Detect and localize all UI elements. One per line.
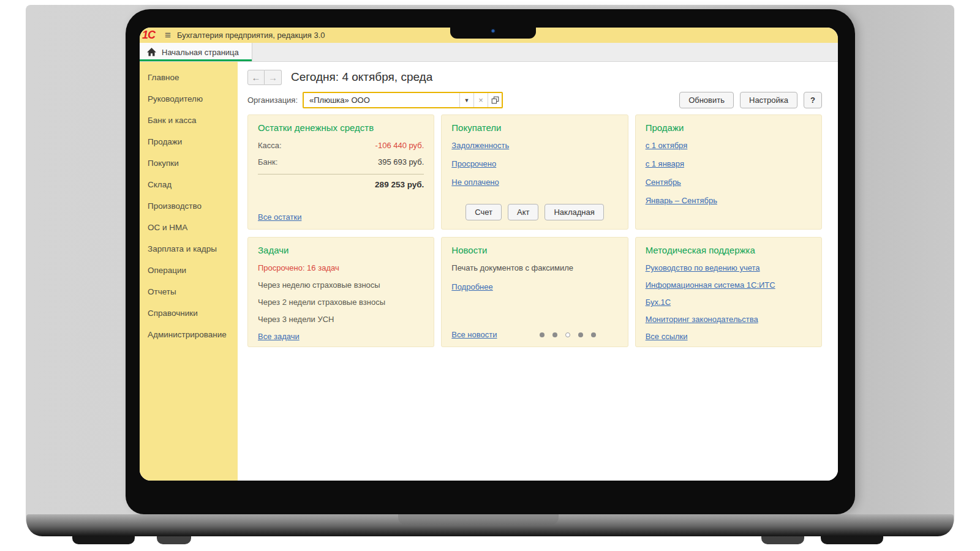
row-label: Банк: bbox=[258, 157, 277, 167]
link-since-jan-1[interactable]: с 1 января bbox=[646, 159, 684, 168]
section-sidebar: Главное Руководителю Банк и касса Продаж… bbox=[140, 62, 238, 481]
organization-combobox[interactable]: «Плюшка» ООО ▼ × bbox=[303, 92, 503, 108]
app-body: Главное Руководителю Банк и касса Продаж… bbox=[140, 62, 838, 481]
link-more-details[interactable]: Подробнее bbox=[451, 282, 492, 291]
link-september[interactable]: Сентябрь bbox=[646, 178, 681, 187]
link-unpaid[interactable]: Не оплачено bbox=[451, 178, 499, 187]
carousel-dot[interactable] bbox=[565, 332, 570, 337]
card-title: Продажи bbox=[646, 122, 812, 133]
card-method-support: Методическая поддержка Руководство по ве… bbox=[635, 237, 822, 347]
card-news: Новости Печать документов с факсимиле По… bbox=[441, 237, 628, 347]
link-all-news[interactable]: Все новости bbox=[451, 330, 497, 339]
link-law-monitoring[interactable]: Мониторинг законодательства bbox=[646, 315, 758, 324]
organization-label: Организация: bbox=[247, 96, 298, 105]
tab-label: Начальная страница bbox=[162, 48, 239, 57]
main-area: ← → Сегодня: 4 октября, среда Организаци… bbox=[238, 62, 838, 481]
laptop-base bbox=[26, 514, 954, 536]
card-title: Методическая поддержка bbox=[646, 245, 812, 255]
row-label: Касса: bbox=[258, 141, 282, 150]
link-all-balances[interactable]: Все остатки bbox=[258, 212, 301, 222]
divider bbox=[258, 174, 424, 174]
cash-total: 289 253 руб. bbox=[258, 180, 424, 189]
sidebar-item-sales[interactable]: Продажи bbox=[140, 131, 238, 152]
task-item: Через 3 недели УСН bbox=[258, 315, 424, 324]
card-sales: Продажи с 1 октября с 1 января Сентябрь … bbox=[635, 114, 822, 230]
sidebar-item-main[interactable]: Главное bbox=[140, 67, 238, 88]
carousel-dot[interactable] bbox=[552, 332, 557, 337]
sidebar-item-production[interactable]: Производство bbox=[140, 195, 238, 217]
sidebar-item-bank-cash[interactable]: Банк и касса bbox=[140, 110, 238, 131]
link-jan-sep[interactable]: Январь – Сентябрь bbox=[646, 196, 717, 205]
task-item: Через 2 недели страховые взносы bbox=[258, 298, 424, 307]
carousel-dot[interactable] bbox=[578, 332, 583, 337]
link-debt[interactable]: Задолженность bbox=[451, 141, 509, 150]
row-value-negative: -106 440 руб. bbox=[375, 141, 424, 150]
home-icon bbox=[147, 48, 156, 56]
tab-home-page[interactable]: Начальная страница bbox=[140, 43, 252, 61]
tasks-overdue-status[interactable]: Просрочено: 16 задач bbox=[258, 263, 424, 272]
sidebar-item-salary-hr[interactable]: Зарплата и кадры bbox=[140, 238, 238, 260]
sidebar-item-reports[interactable]: Отчеты bbox=[140, 281, 238, 302]
choose-from-list-icon[interactable] bbox=[488, 93, 502, 107]
header-actions: Обновить Настройка ? bbox=[679, 92, 822, 108]
news-carousel-dots[interactable] bbox=[540, 332, 596, 337]
forward-arrow-button[interactable]: → bbox=[265, 70, 282, 85]
link-all-links[interactable]: Все ссылки bbox=[646, 332, 688, 341]
webcam-icon bbox=[492, 29, 495, 32]
today-date-heading: Сегодня: 4 октября, среда bbox=[291, 70, 432, 84]
laptop-mockup: 1С ≡ Бухгалтерия предприятия, редакция 3… bbox=[0, 0, 980, 551]
camera-notch bbox=[450, 9, 536, 39]
hamburger-menu-icon[interactable]: ≡ bbox=[165, 30, 171, 40]
laptop-screen-bezel: 1С ≡ Бухгалтерия предприятия, редакция 3… bbox=[126, 9, 855, 514]
tab-bar: Начальная страница bbox=[140, 43, 838, 62]
waybill-button[interactable]: Накладная bbox=[545, 204, 603, 220]
two-squares-icon bbox=[491, 96, 499, 104]
laptop-lid-notch bbox=[398, 514, 559, 525]
link-1c-its[interactable]: Информационная система 1С:ИТС bbox=[646, 280, 775, 290]
sidebar-item-operations[interactable]: Операции bbox=[140, 260, 238, 281]
back-arrow-button[interactable]: ← bbox=[247, 70, 265, 85]
nav-row: ← → Сегодня: 4 октября, среда bbox=[247, 69, 822, 86]
cash-row-kassa: Касса: -106 440 руб. bbox=[258, 141, 424, 150]
card-cash-balances: Остатки денежных средств Касса: -106 440… bbox=[247, 114, 434, 230]
1c-logo-icon: 1С bbox=[142, 29, 155, 42]
task-item: Через неделю страховые взносы bbox=[258, 280, 424, 290]
link-accounting-guide[interactable]: Руководство по ведению учета bbox=[646, 263, 760, 272]
card-buyers: Покупатели Задолженность Просрочено Не о… bbox=[441, 114, 628, 230]
card-title: Покупатели bbox=[451, 122, 617, 133]
invoice-button[interactable]: Счет bbox=[466, 204, 502, 220]
organization-value[interactable]: «Плюшка» ООО bbox=[304, 93, 459, 107]
organization-row: Организация: «Плюшка» ООО ▼ × bbox=[247, 92, 822, 108]
sidebar-item-manager[interactable]: Руководителю bbox=[140, 88, 238, 110]
app-window: 1С ≡ Бухгалтерия предприятия, редакция 3… bbox=[140, 28, 838, 481]
refresh-button[interactable]: Обновить bbox=[679, 92, 734, 108]
link-buh-1c[interactable]: Бух.1С bbox=[646, 298, 671, 307]
act-button[interactable]: Акт bbox=[508, 204, 538, 220]
help-button[interactable]: ? bbox=[804, 92, 822, 108]
card-title: Остатки денежных средств bbox=[258, 122, 424, 133]
news-headline: Печать документов с факсимиле bbox=[451, 263, 617, 272]
clear-field-icon[interactable]: × bbox=[473, 93, 488, 107]
dropdown-arrow-icon[interactable]: ▼ bbox=[459, 93, 473, 107]
sidebar-item-warehouse[interactable]: Склад bbox=[140, 174, 238, 195]
cash-row-bank: Банк: 395 693 руб. bbox=[258, 157, 424, 167]
card-tasks: Задачи Просрочено: 16 задач Через неделю… bbox=[247, 237, 434, 347]
app-title: Бухгалтерия предприятия, редакция 3.0 bbox=[177, 31, 325, 40]
dashboard-cards: Остатки денежных средств Касса: -106 440… bbox=[247, 114, 822, 347]
sidebar-item-directories[interactable]: Справочники bbox=[140, 302, 238, 324]
sidebar-item-administration[interactable]: Администрирование bbox=[140, 324, 238, 345]
link-since-oct-1[interactable]: с 1 октября bbox=[646, 141, 688, 150]
link-all-tasks[interactable]: Все задачи bbox=[258, 332, 300, 341]
card-title: Задачи bbox=[258, 245, 424, 255]
carousel-dot[interactable] bbox=[540, 332, 545, 337]
sidebar-item-purchases[interactable]: Покупки bbox=[140, 152, 238, 174]
row-value: 395 693 руб. bbox=[378, 157, 424, 167]
sidebar-item-fixed-assets[interactable]: ОС и НМА bbox=[140, 217, 238, 238]
buyers-doc-buttons: Счет Акт Накладная bbox=[451, 204, 617, 222]
news-bottom-row: Все новости bbox=[451, 330, 617, 339]
card-title: Новости bbox=[451, 245, 617, 255]
link-overdue[interactable]: Просрочено bbox=[451, 159, 496, 168]
carousel-dot[interactable] bbox=[591, 332, 596, 337]
settings-button[interactable]: Настройка bbox=[740, 92, 797, 108]
